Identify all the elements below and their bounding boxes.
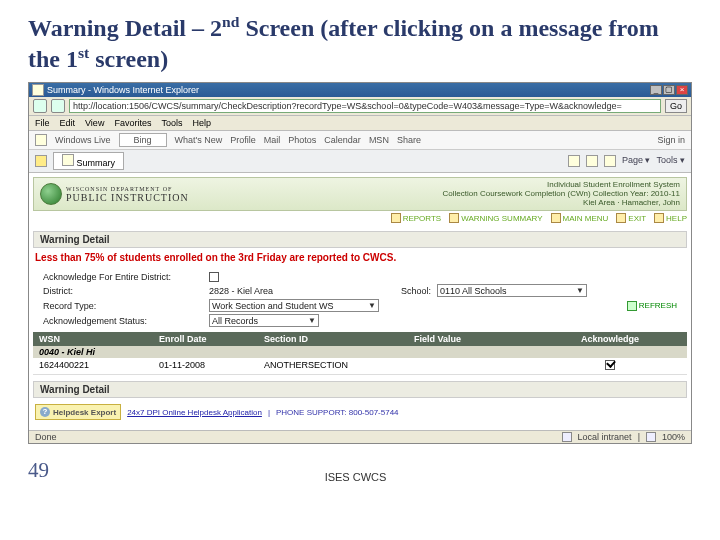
filter-form: Acknowledge For Entire District: Distric… [33,267,687,332]
section-header-warning-detail: Warning Detail [33,231,687,248]
helpdesk-export-button[interactable]: ?Helpdesk Export [35,404,121,420]
status-text: Done [35,432,57,442]
forward-button[interactable] [51,99,65,113]
warning-message: Less than 75% of students enrolled on th… [33,248,687,267]
wl-calendar[interactable]: Calendar [324,135,361,145]
favorites-icon[interactable] [35,155,47,167]
menu-bar: File Edit View Favorites Tools Help [29,116,691,131]
menu-file[interactable]: File [35,118,50,128]
home-icon[interactable] [568,155,580,167]
dpi-overline: WISCONSIN DEPARTMENT OF [66,186,189,192]
record-type-select[interactable]: Work Section and Student WS▼ [209,299,379,312]
wl-icon [35,134,47,146]
district-value: 2828 - Kiel Area [209,286,329,296]
refresh-button[interactable]: REFRESH [627,301,677,311]
ack-district-checkbox[interactable] [209,272,219,282]
status-zone: Local intranet [578,432,632,442]
address-bar: http://location:1506/CWCS/summary/CheckD… [29,97,691,116]
title-part-a: Warning Detail – 2 [28,15,222,41]
table-group-row: 0040 - Kiel Hi [33,346,687,358]
wl-mail[interactable]: Mail [264,135,281,145]
exit-icon [616,213,626,223]
app-toolbar: REPORTS WARNING SUMMARY MAIN MENU EXIT H… [33,211,687,225]
cell-section: ANOTHERSECTION [258,358,408,374]
signin-link[interactable]: Sign in [657,135,685,145]
back-button[interactable] [33,99,47,113]
record-type-label: Record Type: [43,301,203,311]
refresh-icon [627,301,637,311]
question-icon: ? [40,407,50,417]
school-label: School: [401,286,431,296]
ie-icon [32,84,44,96]
ack-district-label: Acknowledge For Entire District: [43,272,203,282]
browser-window: Summary - Windows Internet Explorer _ ▢ … [28,82,692,444]
go-button[interactable]: Go [665,99,687,113]
bing-search-input[interactable]: Bing [119,133,167,147]
district-label: District: [43,286,203,296]
page-content: WISCONSIN DEPARTMENT OF PUBLIC INSTRUCTI… [29,173,691,430]
reports-link[interactable]: REPORTS [391,213,442,223]
title-part-c: screen) [89,46,168,72]
main-menu-link[interactable]: MAIN MENU [551,213,609,223]
reports-icon [391,213,401,223]
print-icon[interactable] [604,155,616,167]
window-titlebar: Summary - Windows Internet Explorer _ ▢ … [29,83,691,97]
cell-field [408,358,533,374]
col-section: Section ID [258,332,408,346]
helpdesk-phone: PHONE SUPPORT: 800-507-5744 [276,408,399,417]
menu-edit[interactable]: Edit [60,118,76,128]
ack-status-select[interactable]: All Records▼ [209,314,319,327]
ack-status-label: Acknowledgement Status: [43,316,203,326]
tools-menu[interactable]: Tools ▾ [656,155,685,167]
footer-label: ISES CWCS [325,471,387,483]
zone-icon [562,432,572,442]
wl-whatsnew[interactable]: What's New [175,135,223,145]
page-number: 49 [28,458,49,483]
menu-view[interactable]: View [85,118,104,128]
windows-live-toolbar: Windows Live Bing What's New Profile Mai… [29,131,691,150]
status-zoom[interactable]: 100% [662,432,685,442]
tab-label: Summary [77,158,116,168]
col-wsn: WSN [33,332,153,346]
tab-icon [62,154,74,166]
maximize-button[interactable]: ▢ [663,85,675,95]
help-link[interactable]: HELP [654,213,687,223]
minimize-button[interactable]: _ [650,85,662,95]
cell-wsn: 1624400221 [33,358,153,374]
col-field: Field Value [408,332,533,346]
cell-enroll: 01-11-2008 [153,358,258,374]
menu-icon [551,213,561,223]
wl-share[interactable]: Share [397,135,421,145]
dpi-logo-icon [40,183,62,205]
chevron-down-icon: ▼ [368,301,376,310]
feeds-icon[interactable] [586,155,598,167]
wl-msn[interactable]: MSN [369,135,389,145]
school-select[interactable]: 0110 All Schools▼ [437,284,587,297]
status-bar: Done Local intranet | 100% [29,430,691,443]
helpdesk-link[interactable]: 24x7 DPI Online Helpdesk Application [127,408,262,417]
title-sup2: st [78,44,89,61]
slide-title: Warning Detail – 2nd Screen (after click… [28,12,692,74]
help-icon [654,213,664,223]
browser-tab[interactable]: Summary [53,152,124,170]
table-row: 1624400221 01-11-2008 ANOTHERSECTION [33,358,687,375]
menu-help[interactable]: Help [192,118,211,128]
warning-summary-link[interactable]: WARNING SUMMARY [449,213,542,223]
favorites-bar: Summary Page ▾ Tools ▾ [29,150,691,173]
warning-icon [449,213,459,223]
helpdesk-row: ?Helpdesk Export 24x7 DPI Online Helpdes… [33,398,687,426]
zoom-icon[interactable] [646,432,656,442]
chevron-down-icon: ▼ [576,286,584,295]
close-button[interactable]: × [676,85,688,95]
wl-photos[interactable]: Photos [288,135,316,145]
menu-tools[interactable]: Tools [161,118,182,128]
menu-favorites[interactable]: Favorites [114,118,151,128]
chevron-down-icon: ▼ [308,316,316,325]
url-input[interactable]: http://location:1506/CWCS/summary/CheckD… [69,99,661,113]
wl-profile[interactable]: Profile [230,135,256,145]
ack-row-checkbox[interactable] [605,360,615,370]
col-ack: Acknowledge [533,332,687,346]
exit-link[interactable]: EXIT [616,213,646,223]
window-title: Summary - Windows Internet Explorer [47,85,199,95]
page-menu[interactable]: Page ▾ [622,155,651,167]
